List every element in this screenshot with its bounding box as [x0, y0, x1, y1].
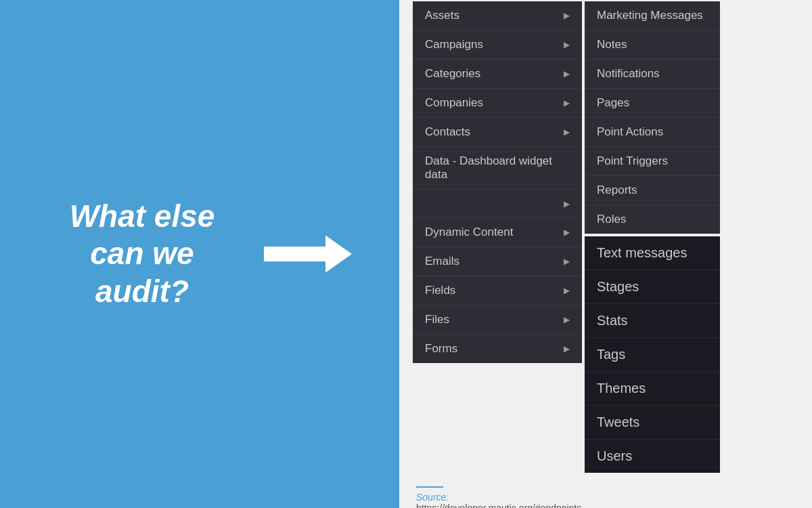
- chevron-icon: ▶: [564, 127, 570, 137]
- menu-item-categories[interactable]: Categories ▶: [413, 60, 582, 89]
- menu-right-bottom: Text messages Stages Stats Tags Themes: [585, 236, 720, 473]
- menu-item-label: Reports: [597, 184, 637, 197]
- source-url[interactable]: https://developer.mautic.org/#endpoints: [416, 503, 581, 508]
- menu-item-label: Emails: [425, 255, 459, 268]
- menu-item-notes[interactable]: Notes: [585, 30, 720, 60]
- menu-right-container: Marketing Messages Notes Notifications P…: [585, 1, 720, 473]
- menu-item-stages[interactable]: Stages: [585, 270, 720, 304]
- menu-item-users[interactable]: Users: [585, 440, 720, 473]
- menu-item-dynamic-content[interactable]: Dynamic Content ▶: [413, 218, 582, 247]
- menu-item-label: Data - Dashboard widget data: [425, 154, 570, 182]
- menu-item-label: Notifications: [597, 67, 660, 81]
- menu-item-spacer: ▶: [413, 190, 582, 218]
- menu-item-label: Roles: [597, 213, 626, 226]
- menu-item-label: Marketing Messages: [597, 9, 703, 22]
- chevron-icon: ▶: [564, 344, 570, 354]
- menu-item-roles[interactable]: Roles: [585, 205, 720, 234]
- menu-item-files[interactable]: Files ▶: [413, 305, 582, 335]
- menu-item-notifications[interactable]: Notifications: [585, 60, 720, 89]
- menu-item-campaigns[interactable]: Campaigns ▶: [413, 30, 582, 60]
- menu-item-label: Themes: [597, 381, 646, 396]
- menu-item-contacts[interactable]: Contacts ▶: [413, 118, 582, 147]
- menu-item-marketing-messages[interactable]: Marketing Messages: [585, 1, 720, 30]
- menu-item-assets[interactable]: Assets ▶: [413, 1, 582, 30]
- menu-item-emails[interactable]: Emails ▶: [413, 247, 582, 276]
- menu-item-label: Tags: [597, 347, 625, 362]
- chevron-icon: ▶: [564, 228, 570, 237]
- menu-item-label: Fields: [425, 284, 455, 297]
- left-content: What else can we audit?: [47, 198, 352, 310]
- right-panel: Assets ▶ Campaigns ▶ Categories ▶ Compan…: [399, 0, 812, 508]
- menu-item-point-actions[interactable]: Point Actions: [585, 118, 720, 147]
- main-heading: What else can we audit?: [47, 198, 237, 310]
- chevron-icon: ▶: [564, 40, 570, 49]
- menu-item-label: Dynamic Content: [425, 226, 513, 239]
- menu-item-label: Forms: [425, 342, 457, 356]
- menu-item-label: Text messages: [597, 245, 687, 261]
- chevron-icon: ▶: [564, 315, 570, 324]
- menu-item-fields[interactable]: Fields ▶: [413, 276, 582, 305]
- source-divider: [416, 486, 443, 488]
- chevron-icon: ▶: [564, 98, 570, 108]
- menu-item-point-triggers[interactable]: Point Triggers: [585, 147, 720, 176]
- chevron-icon: ▶: [564, 286, 570, 295]
- menu-item-tweets[interactable]: Tweets: [585, 406, 720, 440]
- menu-item-label: Tweets: [597, 415, 639, 430]
- menu-item-label: Notes: [597, 38, 627, 51]
- arrow-graphic: [264, 236, 352, 273]
- menu-right-top: Marketing Messages Notes Notifications P…: [585, 1, 720, 234]
- menu-item-label: Point Triggers: [597, 154, 668, 168]
- menu-item-label: Stats: [597, 313, 628, 329]
- chevron-icon: ▶: [564, 199, 570, 209]
- menu-item-label: Contacts: [425, 125, 470, 139]
- menu-item-companies[interactable]: Companies ▶: [413, 89, 582, 118]
- menu-item-data[interactable]: Data - Dashboard widget data: [413, 147, 582, 190]
- menu-item-forms[interactable]: Forms ▶: [413, 335, 582, 363]
- chevron-icon: ▶: [564, 69, 570, 79]
- chevron-icon: ▶: [564, 257, 570, 266]
- menu-item-label: Companies: [425, 96, 483, 110]
- menu-item-label: Point Actions: [597, 125, 663, 139]
- menu-item-label: Pages: [597, 96, 629, 110]
- menu-item-label: Users: [597, 448, 632, 464]
- menu-item-label: Files: [425, 313, 449, 326]
- menu-left: Assets ▶ Campaigns ▶ Categories ▶ Compan…: [413, 1, 582, 363]
- menu-item-text-messages[interactable]: Text messages: [585, 236, 720, 270]
- menu-item-label: Stages: [597, 279, 639, 295]
- menus-container: Assets ▶ Campaigns ▶ Categories ▶ Compan…: [413, 1, 720, 473]
- left-panel: What else can we audit?: [0, 0, 399, 508]
- menu-item-stats[interactable]: Stats: [585, 304, 720, 338]
- menu-item-pages[interactable]: Pages: [585, 89, 720, 118]
- arrow-shape: [264, 236, 352, 273]
- menu-item-tags[interactable]: Tags: [585, 338, 720, 372]
- chevron-icon: ▶: [564, 11, 570, 20]
- menu-item-label: Campaigns: [425, 38, 483, 51]
- menu-item-label: Categories: [425, 67, 480, 81]
- source-section: Source: https://developer.mautic.org/#en…: [413, 486, 581, 508]
- menu-item-label: Assets: [425, 9, 459, 22]
- menu-item-reports[interactable]: Reports: [585, 176, 720, 205]
- source-label: Source:: [416, 492, 581, 503]
- menu-item-themes[interactable]: Themes: [585, 372, 720, 406]
